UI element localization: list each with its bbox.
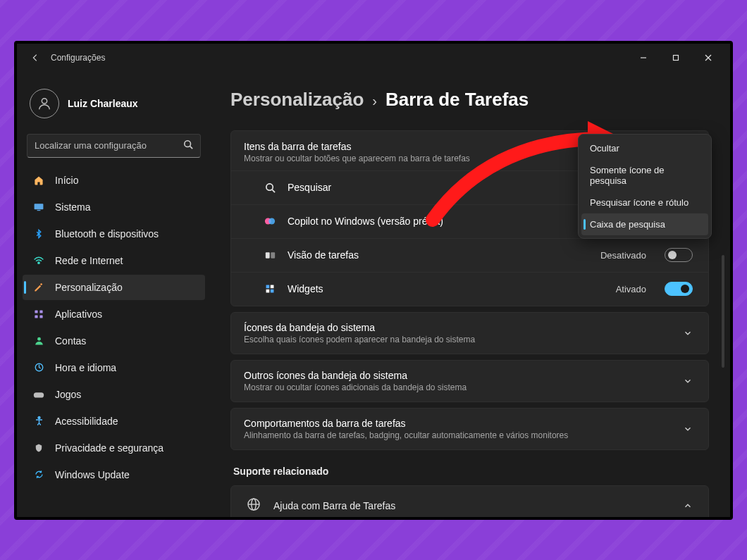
nav-label: Rede e Internet (55, 255, 123, 266)
row-label: Visão de tarefas (288, 249, 589, 261)
windows-update-icon (32, 468, 45, 481)
titlebar: Configurações (17, 44, 730, 72)
row-label: Copilot no Windows (versão prévia) (288, 216, 589, 227)
breadcrumb-separator: › (372, 93, 377, 109)
card-title: Outros ícones da bandeja do sistema (244, 370, 683, 381)
toggle-state-label: Ativado (616, 284, 646, 294)
svg-rect-17 (34, 392, 44, 397)
search-placeholder: Localizar uma configuração (35, 140, 183, 151)
svg-rect-8 (37, 210, 41, 211)
breadcrumb-parent[interactable]: Personalização (230, 89, 364, 111)
nav-label: Hora e idioma (55, 362, 116, 373)
nav-item-network[interactable]: Rede e Internet (23, 248, 205, 273)
taskview-icon (264, 249, 276, 261)
system-tray-icons-expander[interactable]: Ícones da bandeja do sistema Escolha qua… (231, 313, 708, 354)
svg-rect-28 (271, 290, 274, 293)
maximize-button[interactable] (660, 46, 692, 69)
nav-item-bluetooth[interactable]: Bluetooth e dispositivos (23, 221, 205, 247)
nav-label: Contas (55, 335, 86, 347)
svg-point-22 (268, 218, 275, 225)
card-subtitle: Escolha quais ícones podem aparecer na b… (244, 335, 683, 344)
time-language-icon (32, 361, 45, 374)
nav-item-time-language[interactable]: Hora e idioma (23, 355, 205, 380)
svg-rect-14 (39, 315, 42, 318)
taskview-toggle[interactable] (665, 248, 693, 262)
dropdown-option-ocultar[interactable]: Ocultar (581, 137, 708, 159)
svg-point-9 (38, 262, 39, 263)
back-button[interactable] (23, 53, 48, 63)
other-tray-icons-expander[interactable]: Outros ícones da bandeja do sistema Most… (231, 361, 708, 402)
svg-rect-11 (35, 310, 37, 313)
sidebar: Luiz Charleaux Localizar uma configuraçã… (17, 72, 211, 517)
svg-rect-10 (40, 282, 42, 285)
row-taskview: Visão de tarefas Desativado (231, 238, 708, 272)
scrollbar[interactable] (722, 255, 724, 368)
settings-window: Configurações Luiz Charleaux Localizar u… (14, 41, 733, 520)
svg-rect-12 (39, 310, 42, 313)
dropdown-option-somente-icone[interactable]: Somente ícone de pesquisa (581, 159, 708, 192)
support-card: Ajuda com Barra de Tarefas Alterar a cor… (230, 485, 709, 517)
chevron-down-icon (683, 328, 693, 338)
other-tray-icons-card: Outros ícones da bandeja do sistema Most… (230, 360, 709, 402)
dropdown-option-icone-rotulo[interactable]: Pesquisar ícone e rótulo (581, 192, 708, 213)
nav-item-accounts[interactable]: Contas (23, 328, 205, 354)
nav-item-privacy[interactable]: Privacidade e segurança (23, 435, 205, 461)
home-icon (32, 174, 45, 187)
nav-label: Personalização (55, 282, 123, 293)
search-input[interactable]: Localizar uma configuração (27, 134, 201, 158)
account-name: Luiz Charleaux (68, 98, 138, 109)
search-icon (264, 181, 276, 194)
network-icon (32, 254, 45, 267)
app-title: Configurações (51, 53, 105, 63)
copilot-icon (264, 215, 276, 228)
support-help-label: Ajuda com Barra de Tarefas (273, 500, 670, 511)
personalization-icon (32, 281, 45, 294)
window-controls (627, 46, 724, 69)
chevron-up-icon (683, 501, 693, 511)
svg-rect-27 (266, 290, 270, 293)
privacy-icon (32, 442, 45, 454)
support-section-title: Suporte relacionado (233, 466, 709, 477)
card-title: Comportamentos da barra de tarefas (244, 418, 683, 429)
svg-rect-24 (271, 252, 275, 258)
nav-label: Aplicativos (55, 309, 102, 320)
accounts-icon (32, 335, 45, 347)
system-icon (32, 201, 45, 213)
avatar (30, 89, 59, 118)
widgets-toggle[interactable] (665, 282, 693, 296)
svg-point-18 (38, 417, 40, 419)
close-button[interactable] (692, 46, 724, 69)
svg-point-5 (185, 141, 191, 147)
widgets-icon (264, 282, 276, 295)
nav-item-personalization[interactable]: Personalização (23, 275, 205, 300)
dropdown-option-caixa-pesquisa[interactable]: Caixa de pesquisa (581, 213, 708, 235)
svg-point-4 (42, 98, 47, 103)
nav-item-games[interactable]: Jogos (23, 382, 205, 407)
row-widgets: Widgets Ativado (231, 272, 708, 306)
support-help-row[interactable]: Ajuda com Barra de Tarefas (230, 485, 709, 517)
row-label: Widgets (288, 283, 605, 294)
games-icon (32, 388, 45, 401)
account-header[interactable]: Luiz Charleaux (23, 72, 205, 134)
nav-item-apps[interactable]: Aplicativos (23, 301, 205, 327)
card-subtitle: Alinhamento da barra de tarefas, badging… (244, 430, 683, 440)
svg-line-6 (190, 147, 193, 149)
chevron-down-icon (683, 424, 693, 434)
nav-item-accessibility[interactable]: Acessibilidade (23, 409, 205, 434)
nav-item-system[interactable]: Sistema (23, 194, 205, 220)
nav-item-windows-update[interactable]: Windows Update (23, 462, 205, 487)
search-dropdown: Ocultar Somente ícone de pesquisa Pesqui… (578, 134, 712, 239)
nav-label: Acessibilidade (55, 416, 118, 427)
breadcrumb-current: Barra de Tarefas (385, 89, 529, 111)
search-icon (183, 139, 193, 151)
card-title: Ícones da bandeja do sistema (244, 322, 683, 333)
nav-label: Windows Update (55, 469, 130, 480)
minimize-button[interactable] (627, 46, 660, 69)
svg-rect-26 (271, 285, 274, 289)
nav-item-home[interactable]: Início (23, 168, 205, 193)
svg-line-20 (272, 189, 275, 192)
nav-list: Início Sistema Bluetooth e dispositivos (23, 168, 205, 487)
taskbar-behaviors-expander[interactable]: Comportamentos da barra de tarefas Alinh… (231, 409, 708, 449)
svg-point-15 (37, 337, 41, 341)
taskbar-behaviors-card: Comportamentos da barra de tarefas Alinh… (230, 408, 709, 450)
